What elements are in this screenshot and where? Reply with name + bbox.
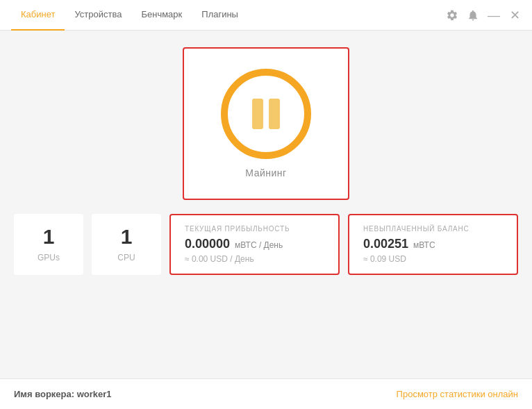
gear-icon [446, 9, 458, 22]
minimize-icon[interactable]: — [488, 9, 500, 22]
cpu-label: CPU [117, 253, 135, 262]
gpus-count: 1 [43, 226, 55, 247]
pause-bars [252, 99, 280, 129]
nav-tabs: Кабинет Устройства Бенчмарк Плагины [11, 0, 446, 31]
settings-icon[interactable] [446, 9, 458, 22]
cpu-count: 1 [121, 226, 133, 247]
notification-icon[interactable] [467, 9, 479, 22]
cpu-card: 1 CPU [92, 214, 161, 275]
profitability-value: 0.00000 мВТС / День [185, 237, 283, 251]
pause-bar-left [252, 99, 263, 129]
gpus-label: GPUs [38, 253, 60, 262]
balance-card: НЕВЫПЛАЧЕННЫЙ БАЛАНС 0.00251 мВТС ≈ 0.09… [348, 214, 518, 275]
tab-benchmark[interactable]: Бенчмарк [131, 0, 192, 31]
tab-plugins[interactable]: Плагины [192, 0, 248, 31]
stats-online-link[interactable]: Просмотр статистики онлайн [397, 389, 518, 399]
bell-icon [467, 9, 479, 22]
footer: Имя воркера: worker1 Просмотр статистики… [0, 378, 532, 409]
balance-sub: ≈ 0.09 USD [363, 254, 406, 264]
header-actions: — ✕ [446, 9, 521, 22]
gpus-card: 1 GPUs [14, 214, 83, 275]
profitability-title: ТЕКУЩАЯ ПРИБЫЛЬНОСТЬ [185, 225, 290, 233]
pause-circle [221, 69, 311, 159]
balance-value: 0.00251 мВТС [363, 237, 435, 251]
profitability-sub: ≈ 0.00 USD / День [185, 254, 254, 264]
profitability-card: ТЕКУЩАЯ ПРИБЫЛЬНОСТЬ 0.00000 мВТС / День… [169, 214, 340, 275]
balance-title: НЕВЫПЛАЧЕННЫЙ БАЛАНС [363, 225, 469, 233]
mining-card[interactable]: Майнинг [183, 47, 349, 200]
tab-cabinet[interactable]: Кабинет [11, 0, 65, 31]
close-icon[interactable]: ✕ [508, 9, 521, 22]
tab-devices[interactable]: Устройства [65, 0, 131, 31]
main-content: Майнинг 1 GPUs 1 CPU ТЕКУЩАЯ ПРИБЫЛЬНОСТ… [0, 31, 532, 286]
worker-name-label: Имя воркера: worker1 [14, 389, 112, 399]
mining-label: Майнинг [245, 167, 286, 178]
pause-bar-right [269, 99, 280, 129]
stats-row: 1 GPUs 1 CPU ТЕКУЩАЯ ПРИБЫЛЬНОСТЬ 0.0000… [14, 214, 518, 275]
header: Кабинет Устройства Бенчмарк Плагины — ✕ [0, 0, 532, 31]
